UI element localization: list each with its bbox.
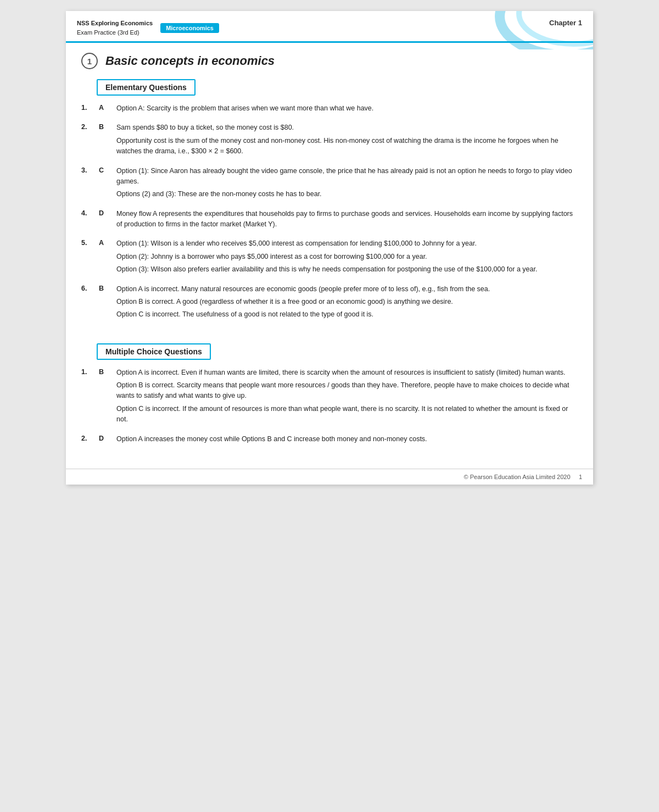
section-header-wrap: Multiple Choice Questions xyxy=(66,339,593,363)
question-divider xyxy=(81,159,578,166)
question-sub-row: Option B is correct. A good (regardless … xyxy=(81,297,578,307)
question-row-elementary-1: 1.AOption A: Scarcity is the problem tha… xyxy=(81,103,578,114)
book-title: NSS Exploring Economics xyxy=(77,19,153,28)
question-answer-letter: B xyxy=(99,368,116,376)
question-main-text: Option (1): Since Aaron has already boug… xyxy=(116,166,578,187)
question-number: 3. xyxy=(81,166,99,174)
question-number: 6. xyxy=(81,284,99,292)
question-main-text: Option A: Scarcity is the problem that a… xyxy=(116,103,578,114)
question-divider xyxy=(81,202,578,209)
question-sub-row: Option (3): Wilson also prefers earlier … xyxy=(81,264,578,275)
question-divider xyxy=(81,427,578,434)
book-subtitle: Exam Practice (3rd Ed) xyxy=(77,28,153,37)
sub-paragraph: Option B is correct. Scarcity means that… xyxy=(116,380,578,402)
sub-paragraph: Option (3): Wilson also prefers earlier … xyxy=(116,264,578,275)
questions-section-mcq: 1.BOption A is incorrect. Even if human … xyxy=(66,363,593,463)
question-content: Option A: Scarcity is the problem that a… xyxy=(116,103,578,114)
question-main-text: Option A is incorrect. Many natural reso… xyxy=(116,284,578,294)
question-row-mcq-1: 1.BOption A is incorrect. Even if human … xyxy=(81,368,578,378)
subject-badge: Microeconomics xyxy=(160,23,219,33)
question-content: Option (1): Wilson is a lender who recei… xyxy=(116,238,578,249)
question-sub-text: Option B is correct. A good (regardless … xyxy=(116,297,578,307)
question-sub-text: Option C is incorrect. The usefulness of… xyxy=(116,309,578,320)
sub-paragraph: Option B is correct. A good (regardless … xyxy=(116,297,578,307)
question-main-text: Option A is incorrect. Even if human wan… xyxy=(116,368,578,378)
question-answer-letter: A xyxy=(99,238,116,247)
question-content: Option A increases the money cost while … xyxy=(116,434,578,444)
question-answer-letter: B xyxy=(99,284,116,292)
question-divider xyxy=(81,322,578,329)
question-content: Option A is incorrect. Even if human wan… xyxy=(116,368,578,378)
question-answer-letter: D xyxy=(99,209,116,217)
question-sub-text: Option (2): Johnny is a borrower who pay… xyxy=(116,252,578,262)
question-content: Option (1): Since Aaron has already boug… xyxy=(116,166,578,187)
question-row-elementary-6: 6.BOption A is incorrect. Many natural r… xyxy=(81,284,578,294)
sub-paragraph: Option (2): Johnny is a borrower who pay… xyxy=(116,252,578,262)
question-divider xyxy=(81,277,578,284)
section-header-wrap: Elementary Questions xyxy=(66,75,593,99)
chapter-title-section: 1 Basic concepts in economics xyxy=(66,43,593,75)
question-row-elementary-2: 2.BSam spends $80 to buy a ticket, so th… xyxy=(81,123,578,133)
question-row-elementary-4: 4.DMoney flow A represents the expenditu… xyxy=(81,209,578,230)
section-title-mcq: Multiple Choice Questions xyxy=(105,347,202,356)
sections-container: Elementary Questions1.AOption A: Scarcit… xyxy=(66,75,593,463)
question-answer-letter: D xyxy=(99,434,116,442)
header: NSS Exploring Economics Exam Practice (3… xyxy=(66,11,593,43)
question-answer-letter: C xyxy=(99,166,116,174)
page: NSS Exploring Economics Exam Practice (3… xyxy=(66,11,593,485)
sub-paragraph: Opportunity cost is the sum of the money… xyxy=(116,136,578,157)
question-content: Sam spends $80 to buy a ticket, so the m… xyxy=(116,123,578,133)
question-number: 2. xyxy=(81,434,99,442)
svg-point-1 xyxy=(519,11,593,44)
question-main-text: Option A increases the money cost while … xyxy=(116,434,578,444)
question-divider xyxy=(81,116,578,123)
questions-section-elementary: 1.AOption A: Scarcity is the problem tha… xyxy=(66,99,593,339)
question-sub-row: Option C is incorrect. The usefulness of… xyxy=(81,309,578,320)
sub-paragraph: Option C is incorrect. If the amount of … xyxy=(116,404,578,425)
question-content: Option A is incorrect. Many natural reso… xyxy=(116,284,578,294)
question-number: 4. xyxy=(81,209,99,217)
question-sub-text: Opportunity cost is the sum of the money… xyxy=(116,136,578,157)
question-content: Money flow A represents the expenditures… xyxy=(116,209,578,230)
question-number: 1. xyxy=(81,368,99,376)
question-sub-row: Option B is correct. Scarcity means that… xyxy=(81,380,578,402)
question-number: 5. xyxy=(81,238,99,247)
sub-paragraph: Options (2) and (3): These are the non-m… xyxy=(116,189,578,199)
question-sub-row: Option C is incorrect. If the amount of … xyxy=(81,404,578,425)
question-number: 2. xyxy=(81,123,99,131)
section-box-elementary: Elementary Questions xyxy=(97,79,196,96)
header-left: NSS Exploring Economics Exam Practice (3… xyxy=(77,19,153,37)
question-answer-letter: B xyxy=(99,123,116,131)
section-box-mcq: Multiple Choice Questions xyxy=(97,343,211,360)
question-number: 1. xyxy=(81,103,99,112)
question-answer-letter: A xyxy=(99,103,116,112)
page-number: 1 xyxy=(579,474,582,480)
question-sub-row: Options (2) and (3): These are the non-m… xyxy=(81,189,578,199)
question-divider xyxy=(81,232,578,238)
question-main-text: Money flow A represents the expenditures… xyxy=(116,209,578,230)
section-title-elementary: Elementary Questions xyxy=(105,83,187,92)
question-sub-row: Option (2): Johnny is a borrower who pay… xyxy=(81,252,578,262)
question-row-mcq-2: 2.DOption A increases the money cost whi… xyxy=(81,434,578,444)
chapter-number: 1 xyxy=(81,53,98,69)
question-row-elementary-5: 5.AOption (1): Wilson is a lender who re… xyxy=(81,238,578,249)
question-sub-text: Option (3): Wilson also prefers earlier … xyxy=(116,264,578,275)
chapter-title: Basic concepts in economics xyxy=(105,54,275,68)
sub-paragraph: Option C is incorrect. The usefulness of… xyxy=(116,309,578,320)
copyright: © Pearson Education Asia Limited 2020 xyxy=(464,474,571,480)
question-divider xyxy=(81,447,578,453)
question-sub-text: Option C is incorrect. If the amount of … xyxy=(116,404,578,425)
question-main-text: Sam spends $80 to buy a ticket, so the m… xyxy=(116,123,578,133)
chapter-label: Chapter 1 xyxy=(549,19,582,27)
footer: © Pearson Education Asia Limited 2020 1 xyxy=(66,469,593,485)
question-sub-row: Opportunity cost is the sum of the money… xyxy=(81,136,578,157)
question-sub-text: Options (2) and (3): These are the non-m… xyxy=(116,189,578,199)
question-sub-text: Option B is correct. Scarcity means that… xyxy=(116,380,578,402)
question-row-elementary-3: 3.COption (1): Since Aaron has already b… xyxy=(81,166,578,187)
question-main-text: Option (1): Wilson is a lender who recei… xyxy=(116,238,578,249)
